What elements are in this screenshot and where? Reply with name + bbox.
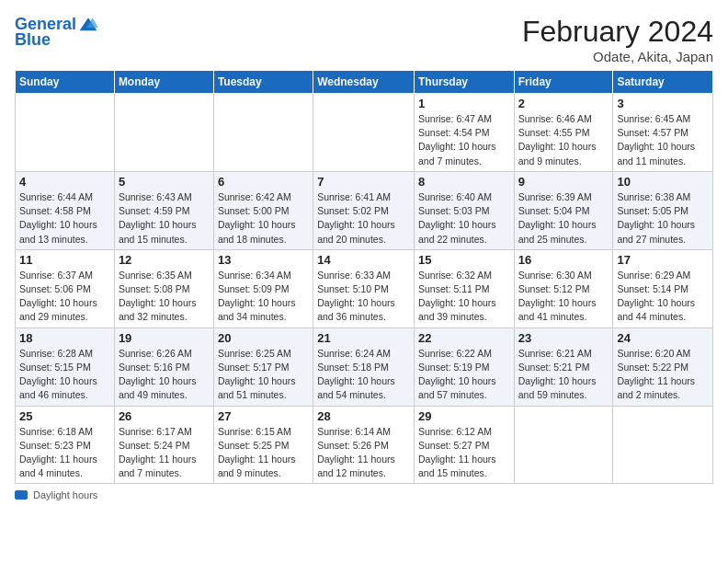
calendar-cell: 9Sunrise: 6:39 AM Sunset: 5:04 PM Daylig… xyxy=(514,171,613,249)
day-number: 6 xyxy=(218,175,309,189)
day-number: 13 xyxy=(218,253,309,267)
calendar-week-0: 1Sunrise: 6:47 AM Sunset: 4:54 PM Daylig… xyxy=(16,94,713,172)
calendar-cell xyxy=(514,406,613,484)
day-number: 4 xyxy=(19,175,110,189)
calendar-cell: 18Sunrise: 6:28 AM Sunset: 5:15 PM Dayli… xyxy=(16,327,115,406)
calendar-cell: 11Sunrise: 6:37 AM Sunset: 5:06 PM Dayli… xyxy=(16,249,115,327)
day-number: 23 xyxy=(518,331,609,345)
day-info: Sunrise: 6:34 AM Sunset: 5:09 PM Dayligh… xyxy=(218,269,309,325)
day-info: Sunrise: 6:28 AM Sunset: 5:15 PM Dayligh… xyxy=(19,347,110,403)
day-number: 22 xyxy=(418,331,510,345)
calendar-cell: 5Sunrise: 6:43 AM Sunset: 4:59 PM Daylig… xyxy=(114,171,213,249)
day-number: 19 xyxy=(119,331,210,345)
calendar-cell: 3Sunrise: 6:45 AM Sunset: 4:57 PM Daylig… xyxy=(613,94,713,172)
calendar-cell: 6Sunrise: 6:42 AM Sunset: 5:00 PM Daylig… xyxy=(213,171,313,249)
day-number: 21 xyxy=(317,331,410,345)
day-info: Sunrise: 6:45 AM Sunset: 4:57 PM Dayligh… xyxy=(617,112,709,168)
day-number: 8 xyxy=(418,175,510,189)
day-number: 7 xyxy=(317,175,410,189)
col-header-monday: Monday xyxy=(114,71,213,94)
day-info: Sunrise: 6:37 AM Sunset: 5:06 PM Dayligh… xyxy=(19,269,110,325)
day-number: 17 xyxy=(617,253,709,267)
day-info: Sunrise: 6:26 AM Sunset: 5:16 PM Dayligh… xyxy=(119,347,210,403)
day-info: Sunrise: 6:17 AM Sunset: 5:24 PM Dayligh… xyxy=(119,425,210,481)
day-number: 24 xyxy=(617,331,709,345)
calendar-cell: 21Sunrise: 6:24 AM Sunset: 5:18 PM Dayli… xyxy=(313,327,415,406)
calendar-cell: 7Sunrise: 6:41 AM Sunset: 5:02 PM Daylig… xyxy=(313,171,415,249)
col-header-friday: Friday xyxy=(514,71,613,94)
calendar-cell: 19Sunrise: 6:26 AM Sunset: 5:16 PM Dayli… xyxy=(114,327,213,406)
day-info: Sunrise: 6:35 AM Sunset: 5:08 PM Dayligh… xyxy=(119,269,210,325)
calendar-week-4: 25Sunrise: 6:18 AM Sunset: 5:23 PM Dayli… xyxy=(16,406,713,484)
col-header-wednesday: Wednesday xyxy=(313,71,415,94)
logo: General Blue xyxy=(15,15,98,50)
calendar-cell: 22Sunrise: 6:22 AM Sunset: 5:19 PM Dayli… xyxy=(414,327,514,406)
day-info: Sunrise: 6:21 AM Sunset: 5:21 PM Dayligh… xyxy=(518,347,609,403)
day-info: Sunrise: 6:38 AM Sunset: 5:05 PM Dayligh… xyxy=(617,190,709,247)
calendar-cell xyxy=(114,94,213,172)
col-header-saturday: Saturday xyxy=(613,71,713,94)
day-info: Sunrise: 6:25 AM Sunset: 5:17 PM Dayligh… xyxy=(218,347,309,403)
day-number: 10 xyxy=(617,175,709,189)
calendar-cell: 20Sunrise: 6:25 AM Sunset: 5:17 PM Dayli… xyxy=(213,327,313,406)
calendar-cell xyxy=(313,94,415,172)
calendar-cell: 26Sunrise: 6:17 AM Sunset: 5:24 PM Dayli… xyxy=(114,406,213,484)
day-number: 11 xyxy=(19,253,110,267)
day-info: Sunrise: 6:39 AM Sunset: 5:04 PM Dayligh… xyxy=(518,190,609,247)
calendar-cell: 27Sunrise: 6:15 AM Sunset: 5:25 PM Dayli… xyxy=(213,406,313,484)
day-number: 20 xyxy=(218,331,309,345)
calendar-cell xyxy=(16,94,115,172)
calendar-cell: 24Sunrise: 6:20 AM Sunset: 5:22 PM Dayli… xyxy=(613,327,713,406)
calendar-week-1: 4Sunrise: 6:44 AM Sunset: 4:58 PM Daylig… xyxy=(16,171,713,249)
day-number: 28 xyxy=(317,409,410,423)
calendar-page: General Blue February 2024 Odate, Akita,… xyxy=(0,0,728,563)
title-block: February 2024 Odate, Akita, Japan xyxy=(522,15,713,64)
location-title: Odate, Akita, Japan xyxy=(522,49,713,64)
col-header-tuesday: Tuesday xyxy=(213,71,313,94)
calendar-cell: 23Sunrise: 6:21 AM Sunset: 5:21 PM Dayli… xyxy=(514,327,613,406)
daylight-bar-icon xyxy=(15,490,28,500)
calendar-cell: 4Sunrise: 6:44 AM Sunset: 4:58 PM Daylig… xyxy=(16,171,115,249)
day-number: 2 xyxy=(518,97,609,110)
day-info: Sunrise: 6:15 AM Sunset: 5:25 PM Dayligh… xyxy=(218,425,309,481)
day-number: 3 xyxy=(617,97,709,110)
day-info: Sunrise: 6:43 AM Sunset: 4:59 PM Dayligh… xyxy=(119,190,210,247)
day-info: Sunrise: 6:47 AM Sunset: 4:54 PM Dayligh… xyxy=(418,112,510,168)
calendar-cell: 10Sunrise: 6:38 AM Sunset: 5:05 PM Dayli… xyxy=(613,171,713,249)
day-info: Sunrise: 6:42 AM Sunset: 5:00 PM Dayligh… xyxy=(218,190,309,247)
day-info: Sunrise: 6:22 AM Sunset: 5:19 PM Dayligh… xyxy=(418,347,510,403)
footer-note: Daylight hours xyxy=(15,489,713,500)
day-number: 25 xyxy=(19,409,110,423)
daylight-label: Daylight hours xyxy=(33,489,97,500)
day-info: Sunrise: 6:33 AM Sunset: 5:10 PM Dayligh… xyxy=(317,269,410,325)
day-info: Sunrise: 6:24 AM Sunset: 5:18 PM Dayligh… xyxy=(317,347,410,403)
day-number: 15 xyxy=(418,253,510,267)
col-header-sunday: Sunday xyxy=(16,71,115,94)
calendar-cell: 13Sunrise: 6:34 AM Sunset: 5:09 PM Dayli… xyxy=(213,249,313,327)
day-info: Sunrise: 6:12 AM Sunset: 5:27 PM Dayligh… xyxy=(418,425,510,481)
day-info: Sunrise: 6:44 AM Sunset: 4:58 PM Dayligh… xyxy=(19,190,110,247)
calendar-week-3: 18Sunrise: 6:28 AM Sunset: 5:15 PM Dayli… xyxy=(16,327,713,406)
day-number: 27 xyxy=(218,409,309,423)
calendar-cell: 1Sunrise: 6:47 AM Sunset: 4:54 PM Daylig… xyxy=(414,94,514,172)
calendar-cell: 8Sunrise: 6:40 AM Sunset: 5:03 PM Daylig… xyxy=(414,171,514,249)
calendar-cell: 2Sunrise: 6:46 AM Sunset: 4:55 PM Daylig… xyxy=(514,94,613,172)
day-info: Sunrise: 6:20 AM Sunset: 5:22 PM Dayligh… xyxy=(617,347,709,403)
day-number: 1 xyxy=(418,97,510,110)
day-info: Sunrise: 6:46 AM Sunset: 4:55 PM Dayligh… xyxy=(518,112,609,168)
day-info: Sunrise: 6:18 AM Sunset: 5:23 PM Dayligh… xyxy=(19,425,110,481)
day-number: 29 xyxy=(418,409,510,423)
day-number: 18 xyxy=(19,331,110,345)
day-number: 12 xyxy=(119,253,210,267)
day-number: 16 xyxy=(518,253,609,267)
day-number: 9 xyxy=(518,175,609,189)
calendar-cell: 25Sunrise: 6:18 AM Sunset: 5:23 PM Dayli… xyxy=(16,406,115,484)
calendar-cell: 14Sunrise: 6:33 AM Sunset: 5:10 PM Dayli… xyxy=(313,249,415,327)
day-info: Sunrise: 6:32 AM Sunset: 5:11 PM Dayligh… xyxy=(418,269,510,325)
calendar-cell xyxy=(213,94,313,172)
col-header-thursday: Thursday xyxy=(414,71,514,94)
logo-icon xyxy=(78,15,98,35)
logo-text-blue: Blue xyxy=(15,31,51,50)
day-info: Sunrise: 6:41 AM Sunset: 5:02 PM Dayligh… xyxy=(317,190,410,247)
calendar-week-2: 11Sunrise: 6:37 AM Sunset: 5:06 PM Dayli… xyxy=(16,249,713,327)
